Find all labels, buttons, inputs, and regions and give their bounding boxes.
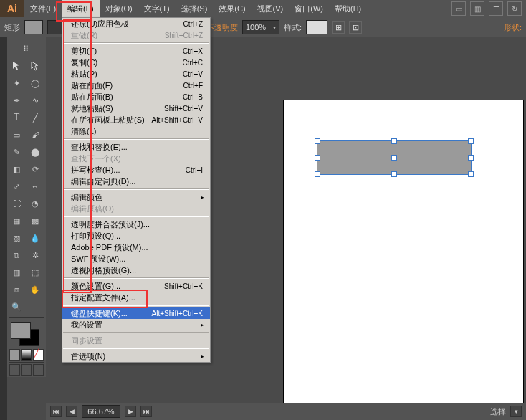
align-icon[interactable]: ⊞ (332, 21, 345, 34)
transform-icon[interactable]: ⊡ (349, 21, 362, 34)
selection-tool[interactable] (8, 58, 25, 74)
arrange-icon[interactable]: ▥ (470, 1, 484, 16)
pen-tool[interactable]: ✒ (8, 92, 25, 108)
zoom-tool[interactable]: 🔍 (8, 299, 25, 315)
menu-文字[interactable]: 文字(T) (138, 0, 176, 17)
menu-item[interactable]: 清除(L) (62, 125, 210, 137)
menu-item[interactable]: 编辑颜色▸ (62, 191, 210, 203)
menu-item[interactable]: 透视网格预设(G)... (62, 264, 210, 276)
fill-mode-gradient[interactable] (21, 349, 32, 361)
edit-menu-dropdown: 还原(U)应用色板Ctrl+Z重做(R)Shift+Ctrl+Z剪切(T)Ctr… (62, 17, 211, 363)
menu-item[interactable]: 打印预设(Q)... (62, 230, 210, 242)
menu-item[interactable]: 我的设置▸ (62, 319, 210, 330)
menu-item: 编辑原稿(O) (62, 203, 210, 214)
menu-item[interactable]: 剪切(T)Ctrl+X (62, 45, 210, 57)
menu-item[interactable]: 编辑自定词典(D)... (62, 176, 210, 187)
selection-handle[interactable] (315, 155, 320, 161)
fill-stroke-swatches[interactable] (9, 320, 44, 346)
panels-icon[interactable]: ☰ (489, 1, 503, 16)
menu-视图[interactable]: 视图(V) (252, 0, 290, 17)
toolbox-grip[interactable]: ⠿ (8, 41, 44, 57)
slice-tool[interactable]: ⧈ (8, 282, 25, 297)
shape-prompt: 形状: (504, 22, 522, 33)
curvature-tool[interactable]: ∿ (27, 92, 44, 108)
fill-color[interactable] (11, 322, 31, 339)
menu-bar: Ai 文件(F)编辑(E)对象(O)文字(T)选择(S)效果(C)视图(V)窗口… (0, 0, 526, 17)
eraser-tool[interactable]: ◧ (8, 161, 25, 177)
mesh-tool[interactable]: ▩ (27, 213, 44, 229)
selection-handle[interactable] (391, 138, 397, 144)
artboard-tool[interactable]: ⬚ (27, 264, 44, 280)
selection-handle[interactable] (468, 138, 474, 144)
lasso-tool[interactable]: ◯ (27, 75, 44, 91)
zoom-field[interactable]: 66.67% (82, 405, 120, 418)
rotate-tool[interactable]: ⟳ (27, 161, 44, 177)
opacity-field[interactable]: 100%▾ (242, 20, 279, 34)
menu-item[interactable]: 拼写检查(H)...Ctrl+I (62, 164, 210, 176)
menu-窗口[interactable]: 窗口(W) (289, 0, 329, 17)
last-artboard-button[interactable]: ⏭ (140, 406, 152, 417)
menu-item[interactable]: Adobe PDF 预设(M)... (62, 242, 210, 253)
fill-mode-none[interactable]: ╱ (33, 349, 44, 361)
blob-brush-tool[interactable]: ⬤ (27, 144, 44, 160)
menu-帮助[interactable]: 帮助(H) (329, 0, 367, 17)
rectangle-tool[interactable]: ▭ (8, 127, 25, 143)
column-graph-tool[interactable]: ▥ (8, 264, 25, 280)
perspective-tool[interactable]: ▦ (8, 213, 25, 229)
extra-tool[interactable] (27, 299, 44, 315)
menu-item[interactable]: 复制(C)Ctrl+C (62, 57, 210, 68)
menu-编辑[interactable]: 编辑(E) (62, 0, 100, 17)
prev-artboard-button[interactable]: ◀ (66, 406, 77, 417)
menu-item[interactable]: 粘贴(P)Ctrl+V (62, 68, 210, 80)
selection-handle[interactable] (391, 171, 397, 177)
menu-item[interactable]: 还原(U)应用色板Ctrl+Z (62, 18, 210, 29)
symbol-sprayer-tool[interactable]: ✲ (27, 247, 44, 263)
style-swatch[interactable] (306, 20, 327, 34)
selection-handle[interactable] (468, 171, 474, 177)
eyedropper-tool[interactable]: 💧 (27, 230, 44, 246)
menu-item[interactable]: 键盘快捷键(K)...Alt+Shift+Ctrl+K (62, 307, 210, 319)
menu-选择[interactable]: 选择(S) (176, 0, 214, 17)
status-dropdown[interactable]: ▾ (510, 406, 522, 417)
menu-item[interactable]: 透明度拼合器预设(J)... (62, 219, 210, 230)
menu-效果[interactable]: 效果(C) (213, 0, 251, 17)
selection-handle[interactable] (391, 155, 397, 161)
fill-swatch[interactable] (24, 20, 43, 34)
menu-item[interactable]: 颜色设置(G)...Shift+Ctrl+K (62, 280, 210, 292)
menu-item[interactable]: SWF 预设(W)... (62, 253, 210, 264)
scale-tool[interactable]: ⤢ (8, 178, 25, 194)
first-artboard-button[interactable]: ⏮ (50, 406, 62, 417)
next-artboard-button[interactable]: ▶ (125, 406, 136, 417)
screen-mode-presentation[interactable] (33, 364, 44, 376)
selection-handle[interactable] (315, 171, 320, 177)
magic-wand-tool[interactable]: ✦ (8, 75, 25, 91)
paintbrush-tool[interactable]: 🖌 (27, 127, 44, 143)
hand-tool[interactable]: ✋ (27, 282, 44, 297)
selection-handle[interactable] (315, 138, 320, 144)
menu-文件[interactable]: 文件(F) (24, 0, 62, 17)
menu-item[interactable]: 贴在前面(F)Ctrl+F (62, 80, 210, 91)
layout-icon[interactable]: ▭ (451, 1, 466, 16)
gradient-tool[interactable]: ▨ (8, 230, 25, 246)
width-tool[interactable]: ↔ (27, 178, 44, 194)
direct-selection-tool[interactable] (27, 58, 44, 74)
blend-tool[interactable]: ⧉ (8, 247, 25, 263)
pencil-tool[interactable]: ✎ (8, 144, 25, 160)
menu-item[interactable]: 首选项(N)▸ (62, 350, 210, 362)
menu-item[interactable]: 查找和替换(E)... (62, 141, 210, 153)
type-tool[interactable]: T (8, 110, 25, 125)
fill-mode-color[interactable] (9, 349, 20, 361)
shape-builder-tool[interactable]: ◔ (27, 196, 44, 211)
menu-item: 同步设置 (62, 335, 210, 346)
screen-mode-normal[interactable] (9, 364, 20, 376)
screen-mode-full[interactable] (21, 364, 32, 376)
menu-item[interactable]: 在所有画板上粘贴(S)Alt+Shift+Ctrl+V (62, 114, 210, 125)
menu-item[interactable]: 指定配置文件(A)... (62, 292, 210, 303)
free-transform-tool[interactable]: ⛶ (8, 196, 25, 211)
line-tool[interactable]: ╱ (27, 110, 44, 125)
selection-handle[interactable] (468, 155, 474, 161)
menu-对象[interactable]: 对象(O) (100, 0, 138, 17)
menu-item[interactable]: 贴在后面(B)Ctrl+B (62, 91, 210, 102)
sync-icon[interactable]: ↻ (507, 1, 522, 16)
menu-item[interactable]: 就地粘贴(S)Shift+Ctrl+V (62, 102, 210, 114)
